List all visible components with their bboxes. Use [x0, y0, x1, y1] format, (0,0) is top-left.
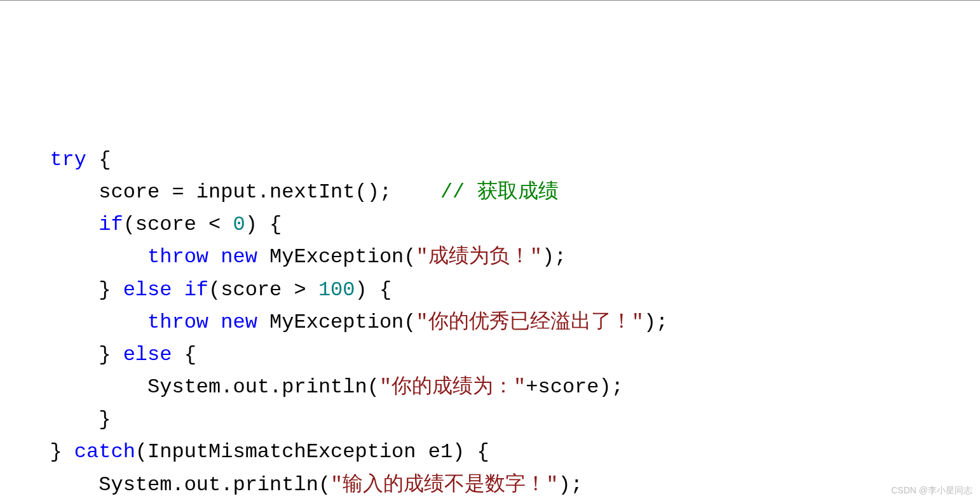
string-literal: "你的优秀已经溢出了！" — [416, 311, 644, 334]
number-literal: 100 — [318, 278, 355, 302]
number-literal: 0 — [233, 213, 245, 236]
code-line: System.out.println("输入的成绩不是数字！"); — [25, 473, 583, 497]
keyword-try: try — [50, 148, 86, 171]
string-literal: "输入的成绩不是数字！" — [330, 473, 558, 497]
keyword-new: new — [221, 311, 257, 334]
keyword-if: if — [184, 278, 208, 302]
code-line: try { — [25, 148, 111, 171]
code-line: if(score < 0) { — [25, 213, 282, 236]
code-line: } catch(InputMismatchException e1) { — [25, 440, 489, 464]
string-literal: "成绩为负！" — [416, 245, 542, 269]
comment: // 获取成绩 — [440, 180, 559, 204]
keyword-else: else — [123, 278, 172, 302]
keyword-else: else — [123, 343, 172, 366]
keyword-catch: catch — [74, 440, 135, 464]
code-line: } else if(score > 100) { — [25, 278, 391, 302]
keyword-new: new — [221, 245, 257, 269]
code-line: } — [25, 408, 111, 431]
keyword-throw: throw — [147, 311, 208, 334]
keyword-if: if — [99, 213, 123, 236]
code-line: throw new MyException("你的优秀已经溢出了！"); — [25, 311, 668, 334]
keyword-throw: throw — [147, 245, 208, 269]
code-line: System.out.println("你的成绩为："+score); — [25, 375, 623, 399]
code-block: try { score = input.nextInt(); // 获取成绩 i… — [25, 144, 955, 501]
code-line: throw new MyException("成绩为负！"); — [25, 245, 566, 269]
string-literal: "你的成绩为：" — [379, 375, 526, 399]
code-line: } else { — [25, 343, 196, 366]
code-line: score = input.nextInt(); // 获取成绩 — [25, 180, 559, 204]
watermark: CSDN @李小星同志 — [891, 483, 972, 497]
